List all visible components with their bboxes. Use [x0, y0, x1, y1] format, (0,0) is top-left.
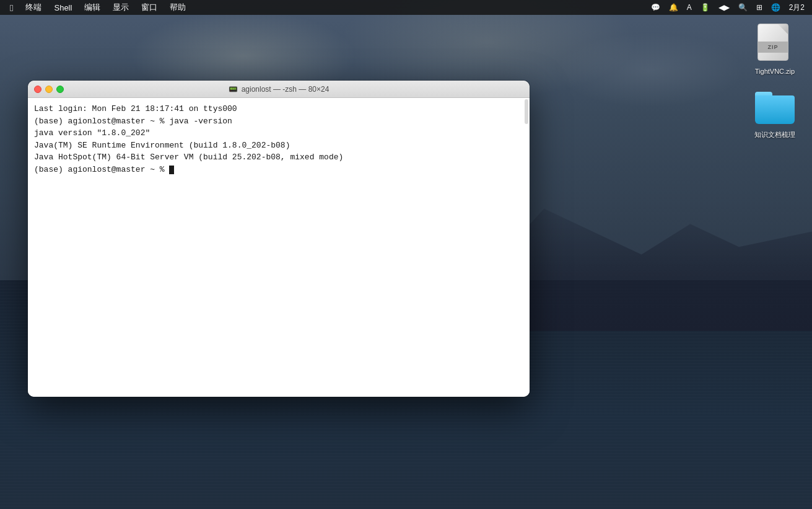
apple-menu[interactable]: : [5, 1, 18, 14]
maximize-button[interactable]: [56, 86, 64, 93]
zip-icon-corner: [778, 24, 788, 34]
globe-icon[interactable]: 🌐: [769, 2, 783, 13]
terminal-title: 📟 agionlost — -zsh — 80×24: [229, 85, 330, 94]
menubar-right: 💬 🔔 A 🔋 ◀▶ 🔍 ⊞ 🌐 2月2: [648, 1, 807, 14]
notification-icon[interactable]: 🔔: [666, 2, 681, 13]
zip-icon-body: ZIP: [757, 24, 788, 61]
menubar-edit[interactable]: 编辑: [79, 1, 105, 14]
wifi-icon[interactable]: ◀▶: [716, 2, 732, 13]
folder-icon-container: [755, 88, 795, 128]
terminal-line-3: java version "1.8.0_202": [34, 127, 523, 139]
zip-label-band: ZIP: [758, 42, 788, 53]
terminal-line-6: (base) agionlost@master ~ %: [34, 164, 523, 176]
menubar-terminal[interactable]: 终端: [20, 1, 46, 14]
desktop-icon-tightvnc[interactable]: ZIP TightVNC.zip: [750, 25, 800, 76]
close-button[interactable]: [34, 86, 41, 93]
desktop-icon-folder[interactable]: 知识文档梳理: [750, 88, 800, 139]
menubar-window[interactable]: 窗口: [136, 1, 162, 14]
menubar-view[interactable]: 显示: [108, 1, 134, 14]
battery-icon: 🔋: [698, 2, 712, 13]
siri-icon[interactable]: A: [684, 2, 694, 13]
terminal-line-4: Java(TM) SE Runtime Environment (build 1…: [34, 139, 523, 152]
terminal-titlebar: 📟 agionlost — -zsh — 80×24: [28, 81, 530, 98]
terminal-scrollbar[interactable]: [525, 99, 528, 124]
minimize-button[interactable]: [45, 86, 53, 93]
menubar-help[interactable]: 帮助: [165, 1, 191, 14]
menubar:  终端 Shell 编辑 显示 窗口 帮助 💬 🔔 A 🔋 ◀▶ 🔍 ⊞ 🌐 …: [0, 0, 812, 15]
terminal-cursor: [169, 166, 174, 174]
date-display: 2月2: [787, 1, 807, 14]
terminal-line-1: Last login: Mon Feb 21 18:17:41 on ttys0…: [34, 103, 523, 115]
menubar-shell[interactable]: Shell: [49, 2, 77, 14]
wechat-icon[interactable]: 💬: [648, 2, 663, 13]
folder-body: [755, 95, 795, 124]
terminal-line-5: Java HotSpot(TM) 64-Bit Server VM (build…: [34, 151, 523, 164]
terminal-prompt: (base) agionlost@master ~ %: [34, 165, 169, 174]
zip-icon-container: ZIP: [755, 25, 795, 64]
menubar-left:  终端 Shell 编辑 显示 窗口 帮助: [5, 1, 191, 14]
desktop-icons: ZIP TightVNC.zip 知识文档梳理: [750, 25, 800, 139]
terminal-window[interactable]: 📟 agionlost — -zsh — 80×24 Last login: M…: [28, 81, 530, 397]
terminal-title-text: agionlost — -zsh — 80×24: [242, 85, 330, 94]
folder-label: 知识文档梳理: [754, 130, 795, 139]
desktop:  终端 Shell 编辑 显示 窗口 帮助 💬 🔔 A 🔋 ◀▶ 🔍 ⊞ 🌐 …: [0, 0, 812, 509]
control-center-icon[interactable]: ⊞: [754, 2, 765, 13]
tightvnc-label: TightVNC.zip: [755, 67, 795, 76]
terminal-body[interactable]: Last login: Mon Feb 21 18:17:41 on ttys0…: [28, 98, 530, 397]
traffic-lights: [34, 86, 64, 93]
search-icon[interactable]: 🔍: [736, 2, 750, 13]
folder-file-icon: [755, 92, 795, 124]
terminal-line-2: (base) agionlost@master ~ % java -versio…: [34, 115, 523, 128]
terminal-title-icon: 📟: [229, 85, 238, 94]
zip-file-icon: ZIP: [757, 24, 792, 66]
